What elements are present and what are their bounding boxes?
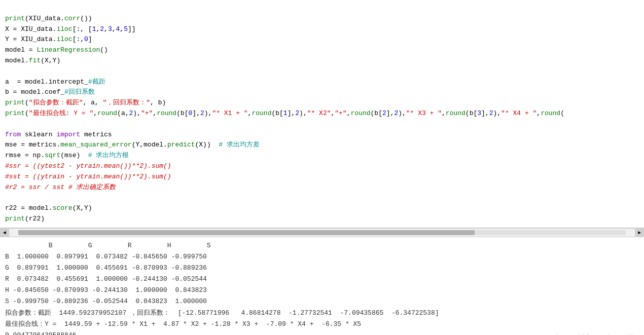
- output-line-bestfit: 最佳拟合线：Y = 1449.59 + -12.59 * X1 + 4.87 *…: [5, 319, 639, 330]
- code-content: print(XIU_data.corr()) X = XIU_data.iloc…: [0, 0, 644, 228]
- code-line-8: b = model.coef_#回归系数: [5, 88, 95, 96]
- output-area: B G R H S B 1.000000 0.897991 0.073482 -…: [0, 237, 644, 335]
- scrollbar-thumb[interactable]: [18, 230, 475, 235]
- code-line-17: #r2 = ssr / sst # 求出确定系数: [5, 183, 116, 191]
- scroll-right-button[interactable]: ►: [635, 228, 644, 237]
- code-editor: print(XIU_data.corr()) X = XIU_data.iloc…: [0, 0, 644, 228]
- output-line-r2: 0.9947796430588846: [5, 330, 639, 335]
- code-line-9: print("拟合参数：截距", a, "，回归系数：", b): [5, 99, 166, 106]
- watermark: https://blog.csdn.net/jqz: [556, 332, 640, 335]
- code-line-19: r22 = model.score(X,Y): [5, 204, 92, 212]
- scroll-left-button[interactable]: ◄: [0, 228, 9, 237]
- code-line-2: X = XIU_data.iloc[:, [1,2,3,4,5]]: [5, 25, 136, 33]
- output-line-S: S -0.999750 -0.889236 -0.052544 0.843823…: [5, 296, 639, 307]
- code-line-3: Y = XIU_data.iloc[:,0]: [5, 35, 92, 43]
- code-line-7: a = model.intercept_#截距: [5, 78, 105, 86]
- code-line-10: print("最佳拟合线: Y = ",round(a,2),"+",round…: [5, 109, 564, 117]
- output-line-B: B 1.000000 0.897991 0.073482 -0.845650 -…: [5, 251, 639, 263]
- code-line-18: [5, 194, 9, 201]
- output-line-R: R 0.073482 0.455691 1.000000 -0.244130 -…: [5, 274, 639, 285]
- code-line-1: print(XIU_data.corr()): [5, 15, 92, 22]
- code-line-16: #sst = ((ytrain - ytrain.mean())**2).sum…: [5, 173, 171, 180]
- code-line-12: from sklearn import metrics: [5, 131, 112, 138]
- code-line-15: #ssr = ((ytest2 - ytrain.mean())**2).sum…: [5, 162, 171, 170]
- output-line-G: G 0.897991 1.000000 0.455691 -0.870993 -…: [5, 263, 639, 274]
- output-line-header: B G R H S: [5, 240, 639, 251]
- code-line-20: print(r22): [5, 215, 45, 222]
- code-line-6: [5, 67, 9, 75]
- code-line-4: model = LinearRegression(): [5, 46, 108, 54]
- code-line-11: [5, 120, 9, 128]
- code-line-5: model.fit(X,Y): [5, 57, 60, 64]
- output-line-H: H -0.845650 -0.870993 -0.244130 1.000000…: [5, 285, 639, 296]
- scrollbar-track[interactable]: [18, 230, 626, 235]
- output-line-params: 拟合参数：截距 1449.592379952107 ，回归系数： [-12.58…: [5, 308, 639, 319]
- code-line-13: mse = metrics.mean_squared_error(Y,model…: [5, 141, 260, 148]
- horizontal-scrollbar[interactable]: ◄ ►: [0, 228, 644, 237]
- code-line-14: rmse = np.sqrt(mse) # 求出均方根: [5, 152, 129, 159]
